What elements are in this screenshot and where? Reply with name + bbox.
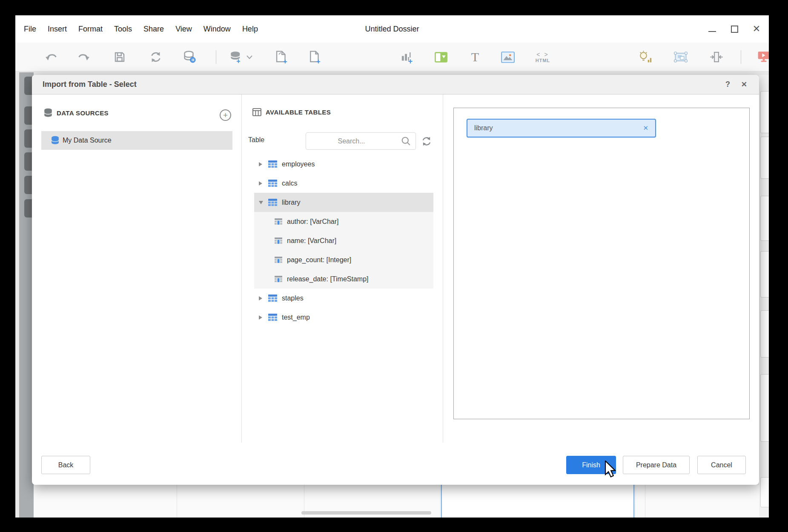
- add-chapter-button[interactable]: +: [305, 48, 324, 66]
- lightbulb-icon: [638, 50, 653, 64]
- column-icon: [275, 257, 282, 263]
- add-page-icon: +: [274, 50, 289, 64]
- minimize-button[interactable]: [706, 23, 719, 35]
- dialog-title: Import from Table - Select: [43, 80, 137, 89]
- help-button[interactable]: ?: [725, 80, 730, 89]
- redo-button[interactable]: [74, 48, 93, 66]
- html-icon: < > HTML: [536, 51, 550, 63]
- presentation-icon: [757, 51, 769, 63]
- svg-text:+: +: [283, 57, 287, 64]
- panel-divider: [241, 94, 242, 443]
- add-visualization-button[interactable]: +: [398, 48, 416, 66]
- tree-row-label: author: [VarChar]: [287, 218, 339, 226]
- tree-row-label: name: [VarChar]: [287, 237, 336, 245]
- window-title: Untitled Dossier: [15, 15, 769, 43]
- tree-row-library-selected[interactable]: library: [254, 193, 433, 212]
- image-icon: [501, 51, 515, 63]
- close-window-button[interactable]: ✕: [750, 23, 763, 35]
- menu-bar: File Insert Format Tools Share View Wind…: [15, 15, 769, 43]
- data-source-item-my-data-source[interactable]: My Data Source: [41, 131, 232, 150]
- add-html-button[interactable]: < > HTML: [531, 48, 555, 66]
- tree-column-name[interactable]: name: [VarChar]: [254, 231, 433, 250]
- expanded-table-section: library author: [VarChar] name: [VarChar…: [254, 193, 433, 289]
- add-data-source-button[interactable]: +: [220, 109, 231, 121]
- maximize-icon: [731, 26, 738, 33]
- tree-row-employees[interactable]: employees: [254, 154, 433, 174]
- svg-text:+: +: [236, 57, 240, 64]
- chip-remove-icon[interactable]: ✕: [643, 124, 648, 132]
- toolbar: + + + + T < > HTML: [15, 43, 769, 72]
- dialog-header: Import from Table - Select ? ✕: [32, 75, 759, 94]
- add-image-button[interactable]: [499, 48, 517, 66]
- undo-button[interactable]: [42, 48, 61, 66]
- present-button[interactable]: [754, 48, 769, 66]
- table-label: Table: [248, 136, 264, 144]
- search-icon[interactable]: [401, 136, 411, 146]
- window-controls: ✕: [706, 15, 763, 43]
- horizontal-scrollbar[interactable]: [301, 511, 431, 515]
- tree-row-label: test_emp: [282, 314, 310, 321]
- refresh-button[interactable]: [146, 48, 165, 66]
- tree-row-test-emp[interactable]: test_emp: [254, 308, 433, 327]
- panel-divider: [443, 94, 443, 443]
- selected-tables-canvas: library ✕: [453, 108, 750, 419]
- fit-to-window-button[interactable]: [707, 48, 726, 66]
- tree-row-label: staples: [282, 295, 304, 302]
- add-data-button[interactable]: +: [226, 48, 245, 66]
- minimize-icon: [708, 31, 716, 32]
- undo-icon: [45, 51, 58, 63]
- tree-row-calcs[interactable]: calcs: [254, 174, 433, 193]
- tree-column-page-count[interactable]: page_count: [Integer]: [254, 250, 433, 269]
- collapse-arrow-icon[interactable]: [259, 201, 268, 204]
- datasource-info-button[interactable]: [181, 48, 199, 66]
- maximize-button[interactable]: [728, 23, 741, 35]
- tree-row-staples[interactable]: staples: [254, 289, 433, 308]
- expand-arrow-icon[interactable]: [259, 162, 268, 166]
- chip-label: library: [474, 124, 493, 132]
- available-tables-header: AVAILABLE TABLES: [252, 108, 331, 116]
- table-icon: [268, 314, 277, 321]
- chevron-down-icon: [246, 55, 252, 59]
- refresh-icon: [149, 51, 162, 63]
- database-icon: [44, 108, 52, 118]
- add-chart-icon: +: [400, 50, 414, 64]
- add-document-icon: +: [307, 50, 322, 64]
- back-button[interactable]: Back: [41, 456, 90, 474]
- table-icon: [268, 160, 277, 168]
- expand-arrow-icon[interactable]: [259, 296, 268, 300]
- filter-icon: [434, 51, 448, 63]
- add-text-button[interactable]: T: [466, 48, 484, 66]
- refresh-tables-button[interactable]: [421, 136, 432, 147]
- add-data-icon: +: [229, 50, 243, 64]
- dialog-close-button[interactable]: ✕: [741, 80, 747, 89]
- group-selection-button[interactable]: [671, 48, 690, 66]
- app-window: File Insert Format Tools Share View Wind…: [15, 15, 769, 518]
- column-icon: [275, 276, 282, 282]
- cancel-button[interactable]: Cancel: [697, 456, 746, 474]
- insights-button[interactable]: [636, 48, 655, 66]
- save-icon: [113, 51, 126, 63]
- svg-text:+: +: [316, 57, 321, 64]
- tree-row-label: release_date: [TimeStamp]: [287, 275, 369, 283]
- background-right-panel: [759, 75, 769, 518]
- fit-width-icon: [710, 51, 723, 63]
- toolbar-separator: [741, 50, 741, 64]
- add-data-dropdown[interactable]: [244, 48, 255, 66]
- table-search-input[interactable]: [306, 133, 415, 149]
- toolbar-separator: [216, 50, 216, 64]
- save-button[interactable]: [110, 48, 129, 66]
- prepare-data-button[interactable]: Prepare Data: [623, 456, 690, 474]
- expand-arrow-icon[interactable]: [259, 315, 268, 320]
- add-dossier-page-button[interactable]: +: [272, 48, 291, 66]
- selected-table-chip-library[interactable]: library ✕: [467, 119, 656, 137]
- column-icon: [275, 237, 282, 244]
- column-icon: [275, 218, 282, 225]
- tree-column-release-date[interactable]: release_date: [TimeStamp]: [254, 269, 433, 289]
- data-sources-header: DATA SOURCES: [44, 108, 109, 118]
- expand-arrow-icon[interactable]: [259, 181, 268, 186]
- text-tool-icon: T: [471, 50, 479, 64]
- tree-column-author[interactable]: author: [VarChar]: [254, 212, 433, 231]
- add-filter-button[interactable]: [432, 48, 450, 66]
- mouse-cursor: [605, 460, 619, 478]
- table-search: [306, 132, 416, 150]
